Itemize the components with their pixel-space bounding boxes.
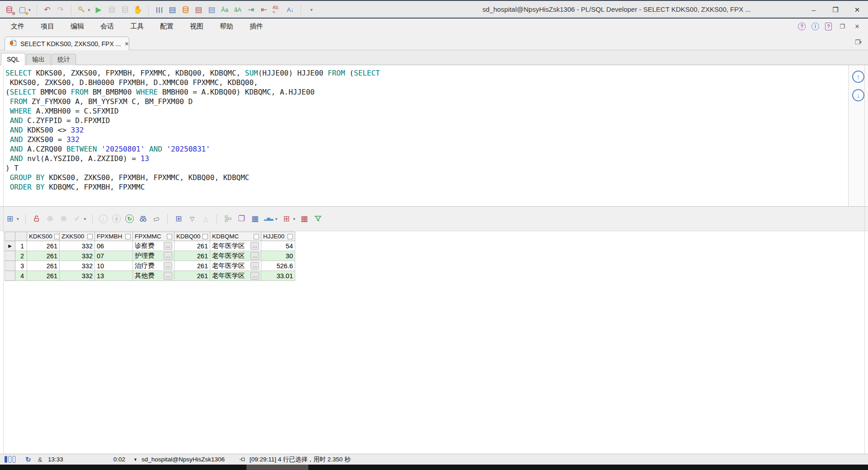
export-db-icon[interactable]	[181, 5, 190, 14]
menu-item-工具[interactable]: 工具	[130, 22, 144, 31]
cell-HJJE00[interactable]: 54	[261, 241, 295, 251]
cell-ZXKS00[interactable]: 332	[60, 271, 95, 281]
grid-mode-icon[interactable]: ⊞	[5, 214, 14, 223]
column-header-KDBQ00[interactable]: KDBQ00	[175, 232, 210, 241]
filter-icon[interactable]	[313, 214, 322, 223]
column-select-checkbox[interactable]	[288, 234, 293, 239]
column-select-checkbox[interactable]	[254, 234, 259, 239]
connection-dropdown-icon[interactable]: ▼	[133, 454, 137, 465]
report-window-icon[interactable]: ▤	[168, 5, 177, 14]
pivot-icon[interactable]: ⊞	[282, 214, 291, 223]
cell-ellipsis-button[interactable]: …	[250, 262, 259, 270]
fetch-all-icon[interactable]: ↡	[112, 214, 121, 223]
cell-ellipsis-button[interactable]: …	[164, 262, 172, 270]
column-header-FPXMMC[interactable]: FPXMMC	[133, 232, 175, 241]
cell-FPXMBH[interactable]: 06	[95, 241, 133, 251]
post-record-icon[interactable]: ✓	[73, 214, 82, 223]
session-db-icon[interactable]: ⚙	[5, 5, 14, 14]
uppercase-icon[interactable]: Ãa	[220, 5, 229, 14]
restore-pane-icon[interactable]: ❐	[838, 22, 847, 31]
cell-FPXMMC[interactable]: 治疗费…	[133, 261, 175, 271]
column-header-KDBQMC[interactable]: KDBQMC	[210, 232, 261, 241]
find-icon[interactable]	[138, 214, 147, 223]
cell-ZXKS00[interactable]: 332	[60, 241, 95, 251]
redo-icon[interactable]: ↷	[56, 5, 65, 14]
erase-icon[interactable]	[152, 214, 161, 223]
column-header-FPXMBH[interactable]: FPXMBH	[95, 232, 133, 241]
fetch-next-icon[interactable]: ↓	[99, 214, 108, 223]
cell-ellipsis-button[interactable]: …	[250, 252, 259, 260]
unindent-icon[interactable]: ⇤	[259, 5, 269, 14]
menu-item-项目[interactable]: 项目	[41, 22, 54, 31]
execute-icon[interactable]: ▶	[94, 5, 103, 14]
cell-KDBQMC[interactable]: 老年医学区…	[210, 271, 261, 281]
copy-special-icon[interactable]: ❐	[237, 214, 246, 223]
sort-asc-icon[interactable]: △	[201, 214, 210, 223]
column-select-checkbox[interactable]	[203, 234, 208, 239]
column-header-KDKS00[interactable]: KDKS00	[27, 232, 60, 241]
new-window-icon[interactable]: ▢✱	[18, 5, 27, 14]
chart-icon-dropdown[interactable]: ▾	[275, 217, 278, 221]
chart-icon[interactable]: ▂▅▃	[264, 214, 273, 223]
export-data-icon[interactable]: ▦	[250, 214, 259, 223]
close-pane-icon[interactable]: ✕	[853, 22, 862, 31]
tab-close-icon[interactable]: ✕	[124, 41, 129, 47]
cell-KDBQMC[interactable]: 老年医学区…	[210, 251, 261, 261]
column-select-checkbox[interactable]	[54, 234, 60, 239]
window-list-dropdown[interactable]: ▾	[859, 40, 862, 44]
cell-HJJE00[interactable]: 33.01	[261, 271, 295, 281]
menu-item-会话[interactable]: 会话	[100, 22, 114, 31]
cell-FPXMMC[interactable]: 诊察费…	[133, 241, 175, 251]
cell-ellipsis-button[interactable]: …	[250, 272, 259, 280]
window-list-control[interactable]: ❐ ▾	[855, 34, 862, 50]
cell-FPXMMC[interactable]: 其他费…	[133, 271, 175, 281]
cell-KDBQ00[interactable]: 261	[175, 271, 210, 281]
cell-HJJE00[interactable]: 30	[261, 251, 295, 261]
single-record-icon[interactable]: ⊞	[174, 214, 183, 223]
find-replace-icon[interactable]: Ab.<	[273, 5, 282, 14]
cell-ZXKS00[interactable]: 332	[60, 261, 95, 271]
delete-record-icon[interactable]: ⊗	[59, 214, 68, 223]
connection-label[interactable]: sd_hospital@NpsyHisZsk1306	[142, 454, 225, 465]
commit-icon[interactable]	[107, 5, 116, 14]
column-header-HJJE00[interactable]: HJJE00	[261, 232, 295, 241]
cell-ellipsis-button[interactable]: …	[164, 252, 172, 260]
pivot-icon-dropdown[interactable]: ▾	[293, 217, 296, 221]
report-icon[interactable]: ▦	[300, 214, 309, 223]
preferences-icon[interactable]: ☰	[155, 5, 164, 14]
sort-desc-icon[interactable]: ▽	[188, 214, 197, 223]
toolbar-more-icon[interactable]: ▾	[307, 5, 316, 14]
cell-KDKS00[interactable]: 261	[27, 251, 60, 261]
menu-item-视图[interactable]: 视图	[190, 22, 203, 31]
nav-down-button[interactable]: ↓	[852, 89, 864, 101]
cell-FPXMMC[interactable]: 护理费…	[133, 251, 175, 261]
doc-blue-icon[interactable]: ▤	[207, 5, 216, 14]
break-icon[interactable]: ✋	[133, 5, 142, 14]
minimize-button[interactable]: –	[803, 2, 825, 18]
cell-KDKS00[interactable]: 261	[27, 271, 60, 281]
cell-KDKS00[interactable]: 261	[27, 261, 60, 271]
login-key-icon[interactable]	[77, 5, 86, 14]
subtab-统计[interactable]: 统计	[52, 54, 76, 66]
cell-KDBQ00[interactable]: 261	[175, 261, 210, 271]
cell-KDBQ00[interactable]: 261	[175, 251, 210, 261]
rollback-icon[interactable]	[120, 5, 129, 14]
cell-ellipsis-button[interactable]: …	[250, 242, 259, 250]
cell-FPXMBH[interactable]: 10	[95, 261, 133, 271]
login-key-icon-dropdown[interactable]: ▾	[88, 8, 90, 12]
cell-KDBQMC[interactable]: 老年医学区…	[210, 241, 261, 251]
cell-ellipsis-button[interactable]: …	[164, 242, 172, 250]
new-window-icon-dropdown[interactable]: ▾	[28, 8, 31, 12]
cell-ZXKS00[interactable]: 332	[60, 251, 95, 261]
structure-icon[interactable]	[223, 214, 232, 223]
help-icon[interactable]: ?	[798, 23, 806, 30]
close-button[interactable]: ✕	[846, 2, 868, 18]
indent-icon[interactable]: ⇥	[246, 5, 255, 14]
column-select-checkbox[interactable]	[167, 234, 172, 239]
refresh-icon[interactable]: ↻	[125, 214, 134, 223]
column-header-ZXKS00[interactable]: ZXKS00	[60, 232, 95, 241]
undo-icon[interactable]: ↶	[43, 5, 52, 14]
nav-up-button[interactable]: ↑	[852, 71, 864, 83]
grid-mode-icon-dropdown[interactable]: ▾	[17, 217, 19, 221]
cell-KDBQ00[interactable]: 261	[175, 241, 210, 251]
